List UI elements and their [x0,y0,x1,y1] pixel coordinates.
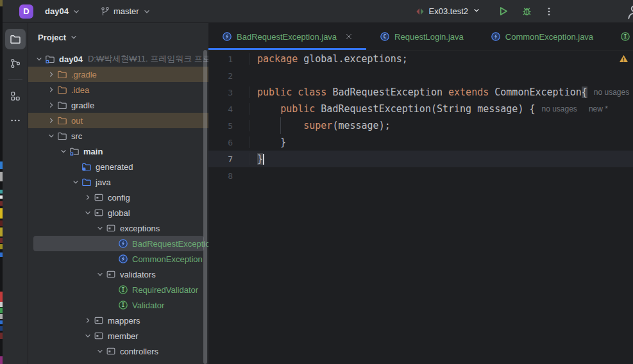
more-tool-windows-button[interactable] [5,110,26,131]
editor-tab[interactable]: IRequiredValidator.java [607,23,633,50]
structure-tool-button[interactable] [5,86,26,106]
project-tree: day04D:₩박세현₩11. 프레임워크 프로그래.gradle.ideagr… [28,51,208,359]
project-scrollbar[interactable] [203,50,207,364]
git-branch-icon [100,6,110,17]
chevron-down-icon[interactable] [82,331,93,341]
tree-item-label: member [108,331,139,341]
close-icon[interactable] [345,33,353,40]
chevron-spacer [106,254,117,264]
package-icon [105,223,116,233]
line-number[interactable]: 1 [208,54,249,64]
chevron-right-icon[interactable] [82,192,93,203]
chevron-down-icon[interactable] [70,177,81,187]
debug-button[interactable] [519,3,535,19]
tree-row[interactable]: day04D:₩박세현₩11. 프레임워크 프로그래 [28,51,208,67]
tree-row[interactable]: gradle [28,97,208,113]
inlay-hint: no usages [541,104,577,113]
tree-row[interactable]: generated [28,159,208,174]
code-editor[interactable]: 1package global.exceptions;23public clas… [208,51,633,364]
code-line[interactable]: 2 [208,67,633,84]
chevron-down-icon[interactable] [33,54,44,64]
tree-row[interactable]: exceptions [28,220,208,236]
svg-text:I: I [624,34,627,40]
folder-icon [56,85,67,95]
tree-row[interactable]: validators [28,267,208,282]
chevron-right-icon[interactable] [46,115,56,126]
code-text: public BadRequestException(String messag… [249,103,633,115]
code-text: public class BadRequestException extends… [249,87,633,98]
tree-row[interactable]: IRequiredValidator [28,282,208,297]
tree-row[interactable]: member [28,328,208,343]
tree-item-label: mappers [108,316,140,326]
tree-row[interactable]: config [28,190,208,205]
tab-label: CommonException.java [505,32,593,42]
code-line[interactable]: 7} [208,151,633,167]
tree-row[interactable]: mappers [28,313,208,328]
chevron-right-icon[interactable] [46,100,56,110]
interface-icon: I [117,300,128,310]
tree-item-label: controllers [120,347,158,356]
indent-guide [280,117,281,134]
line-number[interactable]: 5 [208,121,249,131]
editor-tab[interactable]: BadRequestException.java [208,23,366,50]
branch-name-label: master [114,6,139,16]
run-button[interactable] [495,3,511,19]
vcs-widget[interactable]: master [96,4,155,19]
line-number[interactable]: 6 [208,138,249,147]
main-menu-button[interactable]: D [19,4,33,19]
editor-tab[interactable]: CRequestLogin.java [366,23,477,50]
chevron-right-icon[interactable] [82,315,93,326]
tab-label: BadRequestException.java [237,32,337,42]
tree-row[interactable]: .gradle [28,67,208,82]
tree-row[interactable]: IValidator [28,297,208,313]
folder-icon [56,100,67,110]
code-line[interactable]: 4 public BadRequestException(String mess… [208,101,633,117]
chevron-down-icon[interactable] [46,131,56,141]
project-panel-title: Project [38,33,66,42]
account-icon[interactable] [626,4,633,19]
line-number[interactable]: 2 [208,71,249,81]
chevron-down-icon[interactable] [82,208,93,218]
editor-tab-bar: BadRequestException.javaCRequestLogin.ja… [208,23,633,51]
code-line[interactable]: 3public class BadRequestException extend… [208,84,633,101]
chevron-right-icon[interactable] [46,69,56,79]
chevron-down-icon[interactable] [94,346,105,356]
chevron-down-icon[interactable] [58,146,69,156]
project-tool-button[interactable] [5,29,26,49]
tree-item-label: generated [96,162,133,172]
package-icon [93,192,104,203]
more-actions-button[interactable] [541,4,557,19]
code-line[interactable]: 1package global.exceptions; [208,51,633,67]
tree-row[interactable]: main [28,144,208,159]
warning-icon[interactable] [619,54,629,66]
tree-row[interactable]: global [28,205,208,220]
tree-row[interactable]: controllers [28,343,208,359]
chevron-down-icon [69,33,78,42]
tree-row[interactable]: CommonException [28,251,208,267]
code-line[interactable]: 6 } [208,134,633,151]
tree-row[interactable]: BadRequestException [33,236,204,251]
screen-edge-artifact [0,0,3,364]
line-number[interactable]: 4 [208,104,249,114]
tree-row[interactable]: java [28,174,208,190]
line-number[interactable]: 8 [208,171,249,181]
package-icon [93,208,104,218]
chevron-down-icon[interactable] [94,223,105,233]
code-line[interactable]: 8 [208,167,633,184]
editor-tab[interactable]: CommonException.java [477,23,607,50]
tree-row[interactable]: out [28,113,208,128]
tree-row[interactable]: .idea [28,82,208,97]
chevron-right-icon[interactable] [46,85,56,95]
code-line[interactable]: 5 super(message); [208,117,633,134]
line-number[interactable]: 7 [208,154,249,164]
project-panel-header[interactable]: Project [28,23,208,51]
chevron-down-icon[interactable] [94,269,105,279]
tree-row[interactable]: src [28,128,208,144]
chevron-down-icon [142,7,151,16]
commit-tool-button[interactable] [5,53,26,74]
exception-class-icon [222,31,232,42]
run-config-selector[interactable]: Ex03.test2 [411,3,485,19]
line-number[interactable]: 3 [208,88,249,97]
tree-item-label: out [71,116,83,126]
project-widget[interactable]: day04 [41,4,85,19]
